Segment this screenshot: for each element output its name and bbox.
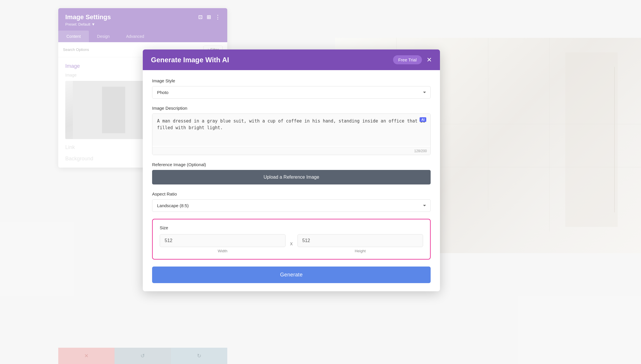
image-description-textarea[interactable]: A man dressed in a gray blue suit, with … [152, 114, 430, 146]
textarea-wrapper: AI A man dressed in a gray blue suit, wi… [152, 113, 431, 155]
aspect-ratio-select[interactable]: Landscape (8:5) Portrait (5:8) Square (1… [152, 199, 431, 212]
image-description-group: Image Description AI A man dressed in a … [152, 106, 431, 155]
ai-badge: AI [420, 117, 426, 122]
width-input-group: Width [160, 234, 286, 253]
ai-dialog-body: Image Style Photo Illustration Digital A… [143, 70, 440, 291]
height-label: Height [297, 249, 423, 253]
reference-image-group: Reference Image (Optional) Upload a Refe… [152, 162, 431, 184]
ai-dialog: Generate Image With AI Free Trial ✕ Imag… [143, 49, 440, 291]
width-input[interactable] [160, 234, 286, 247]
image-style-select[interactable]: Photo Illustration Digital Art Sketch Wa… [152, 86, 431, 99]
reference-image-label: Reference Image (Optional) [152, 162, 431, 167]
image-style-label: Image Style [152, 78, 431, 83]
upload-reference-button[interactable]: Upload a Reference Image [152, 170, 431, 184]
free-trial-badge: Free Trial [393, 55, 422, 64]
height-input[interactable] [297, 234, 423, 247]
aspect-ratio-label: Aspect Ratio [152, 191, 431, 196]
ai-dialog-header-right: Free Trial ✕ [393, 55, 432, 64]
ai-dialog-header: Generate Image With AI Free Trial ✕ [143, 49, 440, 70]
width-label: Width [160, 249, 286, 253]
aspect-ratio-group: Aspect Ratio Landscape (8:5) Portrait (5… [152, 191, 431, 212]
textarea-footer: 128/200 [152, 147, 430, 155]
generate-button[interactable]: Generate [152, 267, 431, 283]
size-inputs: Width x Height [160, 234, 423, 253]
image-description-label: Image Description [152, 106, 431, 111]
height-input-group: Height [297, 234, 423, 253]
size-label: Size [160, 225, 423, 230]
size-section: Size Width x Height [152, 219, 431, 260]
ai-dialog-close-button[interactable]: ✕ [427, 57, 432, 63]
ai-dialog-title: Generate Image With AI [151, 56, 229, 64]
size-x-separator: x [290, 241, 293, 247]
image-style-group: Image Style Photo Illustration Digital A… [152, 78, 431, 99]
char-count: 128/200 [414, 149, 427, 153]
